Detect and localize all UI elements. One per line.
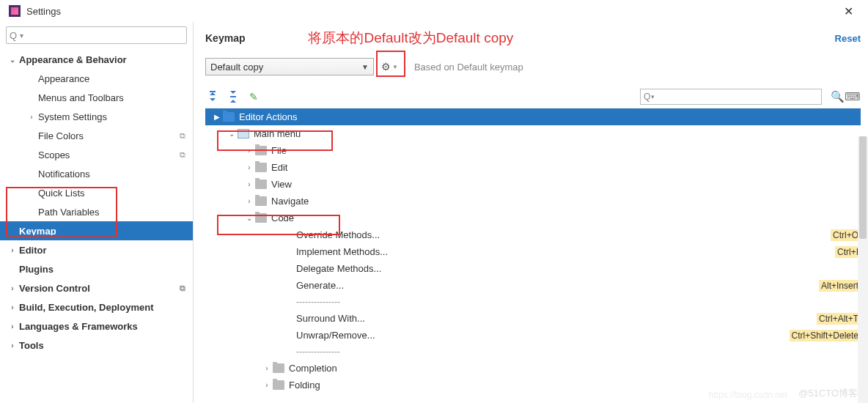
sidebar-item-label: Quick Lists	[37, 188, 85, 199]
folder-icon	[255, 213, 267, 223]
sidebar-item[interactable]: ⌄Appearance & Behavior	[0, 50, 193, 69]
folder-icon	[255, 180, 267, 189]
shortcut-badge: Ctrl+O	[831, 229, 861, 241]
tree-main-menu[interactable]: ⌄Main menu	[205, 125, 861, 142]
tree-edit[interactable]: ›Edit	[205, 159, 861, 176]
tree-completion[interactable]: ›Completion	[205, 360, 861, 377]
edit-icon[interactable]: ✎	[246, 89, 261, 104]
separator: ---------------	[205, 294, 861, 310]
action-search-input[interactable]	[655, 92, 818, 102]
sidebar-item[interactable]: ›Version Control⧉	[0, 278, 193, 297]
keymap-toolbar: ✎ Q▾ 🔍⌨	[205, 89, 861, 108]
settings-tree: ⌄Appearance & BehaviorAppearanceMenus an…	[0, 50, 193, 355]
reset-link[interactable]: Reset	[835, 33, 861, 44]
sidebar-item[interactable]: Appearance	[0, 69, 193, 88]
sidebar-item[interactable]: Scopes⧉	[0, 145, 193, 164]
tree-view[interactable]: ›View	[205, 176, 861, 193]
action-search[interactable]: Q▾	[640, 89, 822, 105]
find-by-shortcut-icon[interactable]: 🔍⌨	[831, 90, 861, 103]
sidebar-item-label: System Settings	[37, 111, 107, 122]
annotation: 将原本的Default改为Default copy	[308, 29, 513, 48]
sidebar-search-input[interactable]	[23, 30, 183, 40]
sidebar-item[interactable]: ›System Settings	[0, 107, 193, 126]
sidebar-item-label: Editor	[18, 245, 47, 256]
tree-delegate-methods[interactable]: Delegate Methods...	[205, 260, 861, 277]
sidebar-item-label: Languages & Frameworks	[18, 321, 138, 332]
folder-icon	[255, 146, 267, 155]
sidebar-item[interactable]: Plugins	[0, 259, 193, 278]
tree-code[interactable]: ⌄Code	[205, 210, 861, 226]
sidebar-item[interactable]: ›Editor	[0, 240, 193, 259]
chevron-icon: ›	[7, 284, 18, 292]
chevron-icon: ›	[7, 303, 18, 311]
sidebar-item[interactable]: ›Languages & Frameworks	[0, 317, 193, 336]
chevron-icon: ›	[7, 246, 18, 254]
tree-navigate[interactable]: ›Navigate	[205, 193, 861, 210]
folder-icon	[255, 163, 267, 172]
watermark: @51CTO博客	[798, 387, 858, 400]
sidebar-item[interactable]: ›Build, Execution, Deployment	[0, 297, 193, 317]
sidebar-item[interactable]: Menus and Toolbars	[0, 88, 193, 107]
tree-surround-with[interactable]: Surround With...Ctrl+Alt+T	[205, 310, 861, 327]
sidebar-item-label: Version Control	[18, 283, 90, 294]
sidebar-item-label: Tools	[18, 340, 44, 351]
sidebar-item-label: Appearance	[37, 73, 89, 84]
sidebar-item-label: Menus and Toolbars	[37, 92, 124, 103]
separator: ---------------	[205, 344, 861, 360]
chevron-icon: ›	[7, 341, 18, 350]
sidebar-item[interactable]: ›Tools	[0, 336, 193, 355]
sidebar-item-label: Plugins	[18, 264, 54, 275]
shortcut-badge: Ctrl+Shift+Delete	[790, 330, 861, 341]
settings-sidebar: Q▾ ⌄Appearance & BehaviorAppearanceMenus…	[0, 22, 194, 403]
tree-override-methods[interactable]: Override Methods...Ctrl+O	[205, 226, 861, 243]
tree-file[interactable]: ›File	[205, 142, 861, 159]
sidebar-item-label: Appearance & Behavior	[18, 54, 127, 65]
scrollbar-thumb[interactable]	[859, 136, 867, 239]
sidebar-item[interactable]: Path Variables	[0, 202, 193, 221]
folder-icon	[273, 380, 284, 390]
sidebar-item-label: Build, Execution, Deployment	[18, 302, 153, 313]
keymap-dropdown[interactable]: Default copy ▼	[205, 58, 374, 75]
titlebar: Settings ✕	[0, 0, 868, 22]
window-title: Settings	[26, 6, 61, 17]
chevron-down-icon: ▼	[361, 63, 369, 71]
expand-all-icon[interactable]	[205, 89, 220, 104]
main-panel: Keymap 将原本的Default改为Default copy Reset D…	[194, 22, 868, 403]
shortcut-badge: Ctrl+I	[835, 246, 861, 258]
collapse-all-icon[interactable]	[226, 89, 240, 104]
action-tree: ▶Editor Actions ⌄Main menu ›File ›Edit ›…	[205, 108, 861, 393]
based-on-text: Based on Default keymap	[414, 62, 523, 73]
folder-icon	[273, 363, 284, 373]
project-badge-icon: ⧉	[180, 131, 185, 141]
sidebar-search[interactable]: Q▾	[6, 26, 187, 44]
sidebar-item-label: File Colors	[37, 130, 84, 141]
project-badge-icon: ⧉	[180, 284, 185, 293]
sidebar-item-label: Keymap	[18, 226, 56, 237]
search-icon: Q	[10, 30, 17, 41]
scrollbar[interactable]	[858, 136, 868, 403]
gear-icon: ⚙	[381, 61, 391, 73]
sidebar-item[interactable]: File Colors⧉	[0, 126, 193, 145]
close-icon[interactable]: ✕	[838, 1, 859, 21]
chevron-down-icon: ▼	[392, 64, 398, 70]
shortcut-badge: Alt+Insert	[819, 280, 861, 292]
svg-rect-0	[210, 91, 216, 92]
sidebar-item[interactable]: Keymap	[0, 221, 193, 240]
watermark: https://blog.csdn.net	[709, 390, 787, 400]
folder-icon	[255, 196, 267, 206]
gear-button[interactable]: ⚙▼	[381, 61, 398, 73]
keymap-dropdown-value: Default copy	[210, 62, 263, 73]
svg-rect-1	[230, 96, 236, 97]
tree-unwrap-remove[interactable]: Unwrap/Remove...Ctrl+Shift+Delete	[205, 327, 861, 344]
chevron-icon: ›	[26, 113, 37, 121]
sidebar-item[interactable]: Quick Lists	[0, 183, 193, 202]
shortcut-badge: Ctrl+Alt+T	[817, 313, 861, 325]
sidebar-item-label: Notifications	[37, 169, 90, 180]
tree-implement-methods[interactable]: Implement Methods...Ctrl+I	[205, 243, 861, 260]
tree-generate[interactable]: Generate...Alt+Insert	[205, 277, 861, 294]
sidebar-item-label: Path Variables	[37, 207, 100, 218]
sidebar-item[interactable]: Notifications	[0, 164, 193, 183]
tree-editor-actions[interactable]: ▶Editor Actions	[205, 108, 861, 125]
app-icon	[9, 5, 21, 17]
sidebar-item-label: Scopes	[37, 149, 70, 160]
